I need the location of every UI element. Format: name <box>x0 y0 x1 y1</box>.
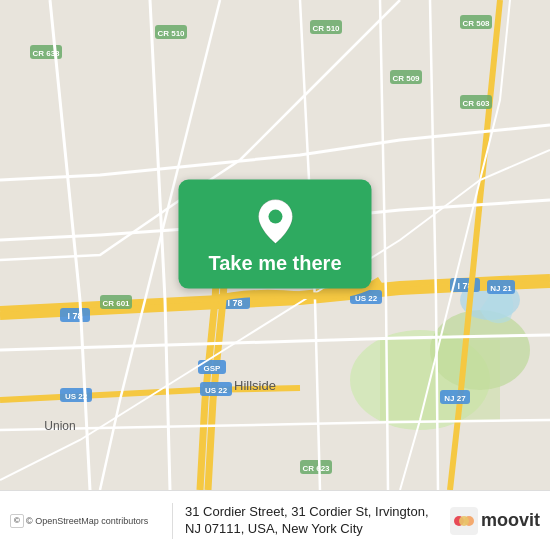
osm-label: © OpenStreetMap contributors <box>26 516 148 526</box>
svg-text:CR 510: CR 510 <box>312 24 340 33</box>
svg-text:Union: Union <box>44 419 75 433</box>
svg-text:GSP: GSP <box>204 364 222 373</box>
svg-text:CR 508: CR 508 <box>462 19 490 28</box>
cta-button-container[interactable]: Take me there <box>178 180 371 289</box>
moovit-brand-icon <box>450 507 478 535</box>
svg-text:CR 510: CR 510 <box>157 29 185 38</box>
green-panel[interactable]: Take me there <box>178 180 371 289</box>
svg-text:NJ 27: NJ 27 <box>444 394 466 403</box>
osm-icon: © <box>10 514 24 528</box>
moovit-logo: moovit <box>450 507 540 535</box>
location-pin-icon <box>255 198 295 246</box>
moovit-text: moovit <box>481 510 540 531</box>
address-text: 31 Cordier Street, 31 Cordier St, Irving… <box>185 504 442 538</box>
cta-button[interactable]: Take me there <box>208 252 341 275</box>
svg-text:CR 623: CR 623 <box>302 464 330 473</box>
svg-rect-3 <box>380 340 500 420</box>
svg-point-43 <box>268 210 282 224</box>
svg-text:CR 601: CR 601 <box>102 299 130 308</box>
svg-text:CR 509: CR 509 <box>392 74 420 83</box>
svg-text:CR 603: CR 603 <box>462 99 490 108</box>
info-bar: © © OpenStreetMap contributors 31 Cordie… <box>0 490 550 550</box>
svg-text:US 22: US 22 <box>205 386 228 395</box>
map-container: I 78 I 78 I 78 GSP NJ 21 US 22 US 22 US … <box>0 0 550 490</box>
svg-text:NJ 21: NJ 21 <box>490 284 512 293</box>
svg-text:Hillside: Hillside <box>234 378 276 393</box>
svg-text:US 22: US 22 <box>355 294 378 303</box>
openstreetmap-attribution: © © OpenStreetMap contributors <box>10 514 160 528</box>
svg-point-47 <box>459 516 469 526</box>
